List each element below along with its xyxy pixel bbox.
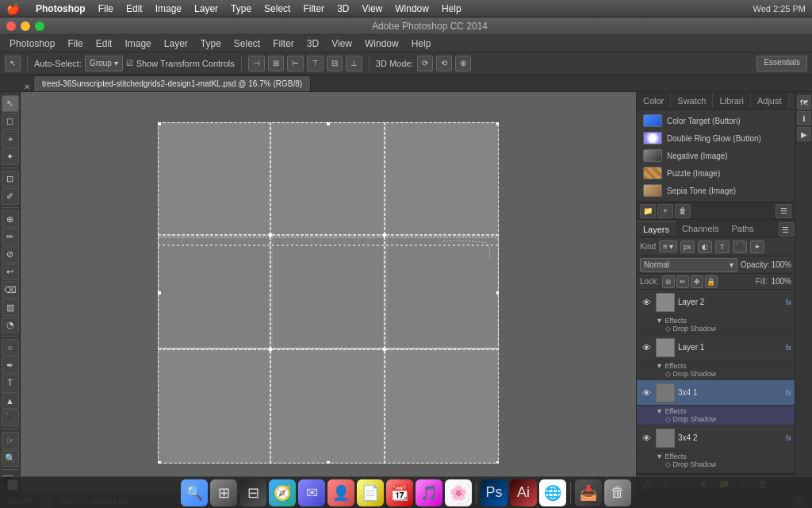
blur-tool[interactable]: ◔ <box>2 317 19 333</box>
layer-item-3x4-1[interactable]: 👁 3x4 1 fx <box>637 380 795 406</box>
align-top-icon[interactable]: ⊤ <box>307 56 324 71</box>
ps-menu-edit[interactable]: Edit <box>90 35 119 52</box>
dock-safari[interactable]: 🧭 <box>269 479 296 506</box>
lock-transparent-icon[interactable]: ⊘ <box>662 275 675 288</box>
layers-panel-menu-icon[interactable]: ☰ <box>779 222 795 237</box>
menubar-window[interactable]: Window <box>389 0 435 17</box>
navigator-icon[interactable]: 🗺 <box>797 95 811 110</box>
align-right-icon[interactable]: ⊢ <box>287 56 304 71</box>
paths-tab[interactable]: Paths <box>726 221 760 237</box>
layer-visibility-layer1[interactable]: 👁 <box>640 341 653 354</box>
history-brush-tool[interactable]: ↩ <box>2 264 19 280</box>
lock-pixels-icon[interactable]: ✏ <box>676 275 689 288</box>
ps-menu-image[interactable]: Image <box>118 35 157 52</box>
ps-menu-help[interactable]: Help <box>405 35 438 52</box>
dock-photos[interactable]: 🌸 <box>445 479 472 506</box>
librari-tab[interactable]: Librari <box>713 93 751 109</box>
kind-filter-type-icon[interactable]: T <box>715 241 730 253</box>
menubar-layer[interactable]: Layer <box>188 0 224 17</box>
path-selection-tool[interactable]: ▲ <box>2 392 19 409</box>
healing-tool[interactable]: ⊕ <box>2 210 19 227</box>
3d-pan-icon[interactable]: ⟲ <box>436 56 452 71</box>
clone-tool[interactable]: ⊘ <box>2 246 19 263</box>
shape-tool[interactable]: ⬛ <box>2 410 19 426</box>
kind-filter-adjust-icon[interactable]: ◐ <box>698 241 712 253</box>
color-tab[interactable]: Color <box>637 93 671 109</box>
style-item-ring-glow[interactable]: Double Ring Glow (Button) <box>640 130 791 146</box>
layer-item-layer2[interactable]: 👁 Layer 2 fx <box>637 290 795 315</box>
ps-menu-type[interactable]: Type <box>194 35 228 52</box>
info-icon[interactable]: ℹ <box>797 111 811 125</box>
layer-visibility-3x4-2[interactable]: 👁 <box>640 432 653 444</box>
move-tool-icon[interactable]: ↖ <box>5 56 21 71</box>
document-tab-active[interactable]: treed-36Sunscripted-stitchedgrids2-desig… <box>33 75 311 91</box>
window-minimize-button[interactable] <box>21 21 30 31</box>
styles-menu-icon[interactable]: ☰ <box>776 204 791 218</box>
layer-visibility-layer2[interactable]: 👁 <box>640 296 653 309</box>
eyedropper-tool[interactable]: ✐ <box>2 188 19 205</box>
canvas-area[interactable] <box>21 92 636 494</box>
dock-chrome[interactable]: 🌐 <box>539 479 566 506</box>
hand-tool[interactable]: ☞ <box>2 432 19 448</box>
align-bottom-icon[interactable]: ⊥ <box>346 56 362 71</box>
menubar-edit[interactable]: Edit <box>120 0 149 17</box>
magic-wand-tool[interactable]: ✦ <box>2 148 19 165</box>
dock-launchpad[interactable]: ⊞ <box>210 479 237 506</box>
style-item-negative[interactable]: Negative (Image) <box>640 148 791 164</box>
menubar-image[interactable]: Image <box>149 0 188 17</box>
align-left-icon[interactable]: ⊣ <box>248 56 265 71</box>
dock-itunes[interactable]: 🎵 <box>416 479 442 506</box>
layer-visibility-3x4-1[interactable]: 👁 <box>640 387 653 399</box>
dock-mission-control[interactable]: ⊟ <box>239 479 266 506</box>
kind-filter-shape-icon[interactable]: ⬛ <box>733 241 747 253</box>
styles-delete-icon[interactable]: 🗑 <box>675 204 691 218</box>
lasso-tool[interactable]: ⌖ <box>2 131 19 148</box>
actions-icon[interactable]: ▶ <box>797 127 811 141</box>
move-tool[interactable]: ↖ <box>2 95 19 112</box>
dock-illustrator[interactable]: Ai <box>510 479 537 506</box>
type-tool[interactable]: T <box>2 375 19 391</box>
blend-mode-dropdown[interactable]: Normal ▾ <box>640 258 737 272</box>
kind-filter-smart-icon[interactable]: ✦ <box>750 241 764 253</box>
menubar-help[interactable]: Help <box>435 0 468 17</box>
3d-rotate-icon[interactable]: ⟳ <box>417 56 433 71</box>
ps-menu-3d[interactable]: 3D <box>301 35 325 52</box>
dock-contacts[interactable]: 👤 <box>327 479 354 506</box>
layer-fx-3x4-1[interactable]: fx <box>786 389 791 397</box>
window-close-button[interactable] <box>6 21 16 31</box>
styles-create-group-icon[interactable]: 📁 <box>640 204 656 218</box>
dock-photoshop[interactable]: Ps <box>481 479 508 506</box>
style-item-sepia[interactable]: Sepia Tone (Image) <box>640 183 791 198</box>
menubar-type[interactable]: Type <box>224 0 258 17</box>
ps-menu-file[interactable]: File <box>61 35 89 52</box>
essentials-button[interactable]: Essentials <box>756 56 807 71</box>
layer-item-3x4-2[interactable]: 👁 3x4 2 fx <box>637 425 795 451</box>
crop-tool[interactable]: ⊡ <box>2 171 19 187</box>
ps-menu-window[interactable]: Window <box>358 35 405 52</box>
window-maximize-button[interactable] <box>35 21 44 31</box>
menubar-3d[interactable]: 3D <box>331 0 355 17</box>
kind-dropdown[interactable]: ≡▾ <box>659 241 677 252</box>
brush-tool[interactable]: ✏ <box>2 229 19 245</box>
layers-tab[interactable]: Layers <box>637 221 676 237</box>
dock-calendar[interactable]: 📆 <box>386 479 413 506</box>
3d-zoom-icon[interactable]: ⊕ <box>455 56 471 71</box>
lock-all-icon[interactable]: 🔒 <box>705 275 718 288</box>
menubar-filter[interactable]: Filter <box>297 0 331 17</box>
gradient-tool[interactable]: ▥ <box>2 299 19 316</box>
style-item-color-target[interactable]: Color Target (Button) <box>640 113 791 129</box>
dock-trash[interactable]: 🗑 <box>604 479 631 506</box>
styles-add-icon[interactable]: + <box>657 204 673 218</box>
ps-menu-filter[interactable]: Filter <box>266 35 301 52</box>
marquee-tool[interactable]: ◻ <box>2 113 19 129</box>
show-transform-checkbox[interactable]: ☑ <box>126 59 133 67</box>
zoom-tool[interactable]: 🔍 <box>2 450 19 467</box>
dock-downloads[interactable]: 📥 <box>575 479 602 506</box>
lock-position-icon[interactable]: ✥ <box>691 275 703 288</box>
dock-notes[interactable]: 📄 <box>357 479 384 506</box>
layer-item-layer1[interactable]: 👁 Layer 1 fx <box>637 335 795 360</box>
adjust-tab[interactable]: Adjust <box>751 93 789 109</box>
ps-menu-photoshop[interactable]: Photoshop <box>3 35 61 52</box>
ps-menu-view[interactable]: View <box>325 35 358 52</box>
pen-tool[interactable]: ✒ <box>2 356 19 373</box>
